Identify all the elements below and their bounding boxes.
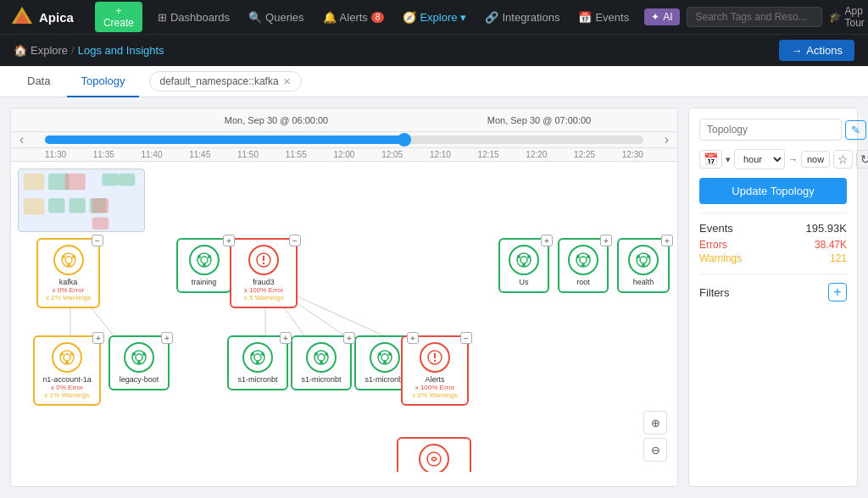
account-warnings: x 1% Warnings	[44, 391, 90, 399]
svg-rect-5	[102, 174, 118, 186]
top-navigation: Apica . + Create ⊞ Dashboards 🔍 Queries …	[0, 0, 868, 34]
node-training[interactable]: + training	[176, 238, 231, 293]
svg-point-44	[647, 255, 650, 258]
timeline-thumb[interactable]	[398, 133, 411, 147]
node-legacy[interactable]: + legacy-boot	[108, 335, 170, 390]
health-expand-icon[interactable]: +	[661, 235, 673, 246]
tab-chip-kafka[interactable]: default_namespace::kafka ×	[149, 71, 302, 91]
root-expand-icon[interactable]: +	[600, 235, 612, 246]
nav-alerts[interactable]: 🔔 Alerts8	[314, 8, 393, 27]
calendar-icon[interactable]: 📅	[699, 150, 722, 169]
nav-events[interactable]: 📅 Events	[570, 8, 637, 27]
svg-point-54	[142, 352, 146, 356]
create-button-label: + Create	[103, 5, 134, 29]
fraud3-label: fraud3	[253, 278, 275, 286]
ai-button[interactable]: ✦ AI	[644, 8, 679, 25]
node-fraud3[interactable]: − fraud3 x 100% Error x 5 Warnings	[230, 238, 298, 308]
node-elastic[interactable]: elastic-app x 100% Error x 0% Warnings	[397, 437, 471, 472]
svg-rect-4	[65, 174, 86, 190]
zoom-controls: ⊕ ⊖	[643, 411, 667, 462]
legacy-expand-icon[interactable]: +	[161, 332, 173, 344]
svg-rect-12	[92, 217, 108, 230]
svg-point-65	[320, 361, 323, 364]
events-label: Events	[699, 222, 733, 235]
node-root[interactable]: + root	[558, 238, 609, 293]
nav-items: ⊞ Dashboards 🔍 Queries 🔔 Alerts8 🧭 Explo…	[149, 8, 637, 27]
nav-queries[interactable]: 🔍 Queries	[240, 8, 313, 27]
zoom-in-icon: ⊕	[651, 417, 660, 429]
micronbt3-node-icon	[370, 342, 400, 373]
fraud3-node-icon	[248, 245, 279, 275]
micronbt1-label: s1-micronbt	[237, 375, 277, 384]
svg-point-67	[381, 354, 388, 361]
svg-rect-6	[119, 174, 135, 186]
warnings-value: 121	[830, 252, 847, 264]
nav-dashboards[interactable]: ⊞ Dashboards	[149, 8, 238, 27]
timeline-track[interactable]	[45, 136, 643, 144]
svg-point-47	[64, 354, 70, 361]
timeline-left-arrow-icon[interactable]: ‹	[19, 132, 24, 147]
zoom-in-button[interactable]: ⊕	[643, 411, 667, 434]
global-search-input[interactable]	[687, 7, 822, 27]
minimap	[18, 169, 145, 232]
timeline-header: Mon, Sep 30 @ 06:00:00 Mon, Sep 30 @ 07:…	[11, 108, 677, 132]
svg-point-70	[383, 361, 387, 364]
micronbt2-node-icon	[306, 342, 337, 373]
refresh-icon[interactable]: ↻	[856, 150, 868, 169]
events-row: Events 195.93K	[699, 222, 847, 235]
node-health[interactable]: + health	[617, 238, 670, 293]
tick-6: 12:00	[333, 150, 354, 159]
star-icon[interactable]: ☆	[833, 150, 853, 169]
node-alerts[interactable]: − Alerts x 100% Error x 0% Warnings	[401, 335, 469, 406]
tab-chip-close-icon[interactable]: ×	[284, 75, 291, 87]
breadcrumb: 🏠 Explore / Logs and Insights	[14, 44, 164, 57]
nav-integrations[interactable]: 🔗 Integrations	[476, 8, 568, 27]
update-topology-button[interactable]: Update Topology	[699, 178, 847, 204]
time-controls-row: 📅 ▾ hour day week → now ☆ ↻	[699, 149, 847, 169]
us-expand-icon[interactable]: +	[541, 235, 553, 246]
nav-explore[interactable]: 🧭 Explore ▾	[394, 8, 475, 27]
tab-data[interactable]: Data	[14, 66, 64, 97]
node-micronbt1[interactable]: + s1-micronbt	[227, 335, 288, 390]
tab-topology[interactable]: Topology	[67, 66, 138, 97]
fraud3-collapse-icon[interactable]: −	[289, 235, 301, 246]
time-unit-select[interactable]: hour day week	[734, 149, 785, 169]
create-button[interactable]: + Create	[95, 2, 142, 32]
svg-point-23	[72, 255, 75, 258]
filters-section: Filters +	[699, 283, 847, 302]
alerts-collapse-icon[interactable]: −	[460, 332, 472, 344]
account-expand-icon[interactable]: +	[92, 332, 104, 344]
breadcrumb-current: Logs and Insights	[78, 44, 164, 57]
stats-section: Events 195.93K Errors 38.47K Warnings 12…	[699, 222, 847, 265]
svg-point-53	[132, 352, 136, 356]
actions-button[interactable]: → Actions	[779, 40, 854, 61]
breadcrumb-explore[interactable]: Explore	[31, 44, 68, 57]
logo[interactable]: Apica .	[10, 5, 81, 29]
node-account[interactable]: + n1-account-1a x 0% Error x 1% Warnings	[33, 335, 101, 406]
topology-search-input[interactable]	[699, 119, 842, 141]
app-tour-button[interactable]: 🎓 App Tour	[829, 5, 869, 29]
add-filter-button[interactable]: +	[828, 283, 847, 302]
svg-point-63	[314, 352, 318, 356]
tick-12: 12:30	[622, 150, 643, 159]
node-kafka[interactable]: − kafka x 0% Error x 1% Warnings	[36, 238, 100, 308]
svg-point-37	[580, 257, 587, 263]
timeline-bar[interactable]: ‹ ›	[11, 132, 677, 148]
node-us[interactable]: + Us	[498, 238, 549, 293]
app-tour-icon: 🎓	[829, 11, 842, 23]
tick-10: 12:20	[526, 150, 547, 159]
micronbt2-expand-icon[interactable]: +	[343, 332, 355, 344]
tick-4: 11:50	[237, 150, 259, 159]
zoom-out-button[interactable]: ⊖	[643, 438, 667, 462]
timeline-right-arrow-icon[interactable]: ›	[665, 132, 669, 147]
tick-1: 11:35	[93, 150, 114, 159]
logo-dot: .	[79, 12, 81, 22]
topology-canvas-panel: Mon, Sep 30 @ 06:00:00 Mon, Sep 30 @ 07:…	[10, 108, 678, 487]
expand-icon[interactable]: +	[223, 235, 235, 246]
micronbt1-expand-icon[interactable]: +	[280, 332, 292, 344]
edit-topology-icon[interactable]: ✎	[845, 120, 866, 140]
node-micronbt2[interactable]: + s1-micronbt	[291, 335, 352, 390]
collapse-icon[interactable]: −	[92, 235, 103, 246]
micronbt3-expand-icon[interactable]: +	[407, 332, 419, 344]
svg-point-28	[208, 255, 211, 258]
